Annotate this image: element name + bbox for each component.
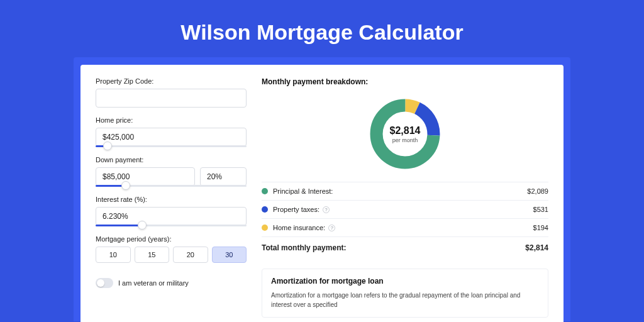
period-option-10[interactable]: 10 [96, 247, 131, 263]
zip-label: Property Zip Code: [96, 77, 247, 85]
home-price-input[interactable] [96, 128, 247, 147]
down-payment-percent-input[interactable] [200, 167, 247, 186]
info-icon[interactable]: ? [328, 225, 335, 231]
breakdown-header: Monthly payment breakdown: [262, 77, 548, 86]
total-value: $2,814 [525, 243, 548, 252]
toggle-knob [97, 279, 104, 287]
period-field: Mortgage period (years): 10 15 20 30 [96, 235, 247, 263]
legend-dot-taxes [262, 206, 268, 213]
legend-label-principal: Principal & Interest: [273, 187, 333, 195]
donut-center: $2,814 per month [367, 96, 443, 172]
donut-amount: $2,814 [390, 125, 421, 136]
info-icon[interactable]: ? [323, 206, 330, 213]
interest-rate-field: Interest rate (%): [96, 196, 247, 226]
down-payment-amount-input[interactable] [96, 167, 195, 186]
legend-row-insurance: Home insurance: ? $194 [262, 218, 548, 236]
calculator-shadow: Property Zip Code: Home price: Down paym… [74, 57, 570, 321]
home-price-field: Home price: [96, 116, 247, 147]
veteran-toggle-row: I am veteran or military [96, 278, 247, 288]
legend-value-taxes: $531 [533, 206, 548, 213]
interest-rate-slider[interactable] [96, 225, 247, 226]
down-payment-field: Down payment: [96, 156, 247, 187]
donut-wrap: $2,814 per month [262, 90, 548, 182]
donut-chart: $2,814 per month [367, 96, 443, 172]
calculator-card: Property Zip Code: Home price: Down paym… [80, 65, 564, 322]
home-price-slider[interactable] [96, 145, 247, 147]
amortization-text: Amortization for a mortgage loan refers … [271, 291, 539, 309]
home-price-slider-thumb[interactable] [103, 142, 112, 150]
zip-input[interactable] [96, 89, 247, 108]
interest-rate-label: Interest rate (%): [96, 196, 247, 203]
form-column: Property Zip Code: Home price: Down paym… [96, 77, 247, 316]
period-option-15[interactable]: 15 [135, 247, 170, 263]
legend-label-taxes: Property taxes: [273, 206, 319, 213]
legend-row-principal: Principal & Interest: $2,089 [262, 182, 548, 200]
donut-sub: per month [392, 137, 418, 143]
page-title: Wilson Mortgage Calculator [0, 0, 644, 57]
legend-label-insurance: Home insurance: [273, 224, 325, 231]
interest-rate-slider-thumb[interactable] [138, 221, 147, 230]
down-payment-label: Down payment: [96, 156, 247, 164]
breakdown-column: Monthly payment breakdown: $2,814 per mo… [262, 77, 548, 316]
period-option-20[interactable]: 20 [173, 247, 208, 263]
amortization-box: Amortization for mortgage loan Amortizat… [262, 269, 548, 318]
total-label: Total monthly payment: [262, 243, 346, 252]
period-options: 10 15 20 30 [96, 247, 247, 263]
amortization-title: Amortization for mortgage loan [271, 277, 539, 286]
legend-value-principal: $2,089 [527, 187, 548, 195]
legend-row-taxes: Property taxes: ? $531 [262, 200, 548, 218]
interest-rate-input[interactable] [96, 207, 247, 226]
veteran-toggle-label: I am veteran or military [118, 279, 189, 287]
legend-dot-principal [262, 188, 268, 194]
period-option-30[interactable]: 30 [212, 247, 247, 263]
period-label: Mortgage period (years): [96, 235, 247, 243]
down-payment-slider-thumb[interactable] [121, 181, 130, 190]
veteran-toggle[interactable] [96, 278, 113, 288]
home-price-label: Home price: [96, 116, 247, 124]
legend-row-total: Total monthly payment: $2,814 [262, 236, 548, 258]
zip-field: Property Zip Code: [96, 77, 247, 108]
down-payment-slider[interactable] [96, 185, 247, 187]
legend-value-insurance: $194 [533, 224, 548, 231]
legend-dot-insurance [262, 225, 268, 231]
